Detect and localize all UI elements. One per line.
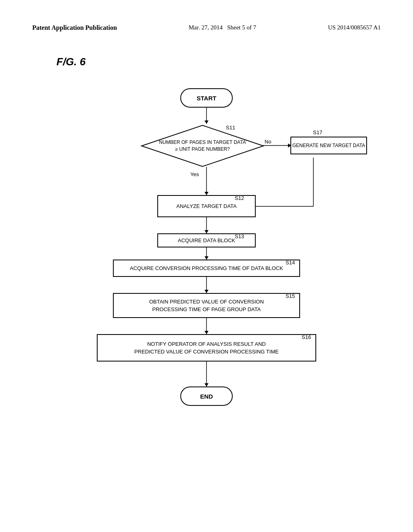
node-s17: GENERATE NEW TARGET DATA: [290, 137, 367, 154]
step-label-s16: S16: [302, 334, 311, 340]
step-label-s15: S15: [286, 293, 295, 299]
node-s14: ACQUIRE CONVERSION PROCESSING TIME OF DA…: [113, 260, 300, 277]
svg-marker-18: [204, 383, 209, 387]
yes-label: Yes: [190, 171, 199, 177]
no-label: No: [265, 139, 271, 145]
step-label-s12: S12: [235, 195, 244, 201]
publication-date: Mar. 27, 2014: [189, 24, 223, 31]
page-header: Patent Application Publication Mar. 27, …: [32, 24, 381, 31]
step-label-s13: S13: [235, 233, 244, 239]
publication-date-sheet: Mar. 27, 2014 Sheet 5 of 7: [189, 24, 257, 31]
figure-label: F/G. 6: [56, 56, 381, 68]
flowchart-container: START S11 NUMBER OF PAGES IN TARGET DATA…: [32, 80, 381, 463]
step-label-s17: S17: [313, 129, 322, 135]
page: Patent Application Publication Mar. 27, …: [0, 0, 413, 532]
publication-title: Patent Application Publication: [32, 24, 117, 31]
sheet-info: Sheet 5 of 7: [227, 24, 256, 31]
svg-marker-10: [204, 230, 209, 233]
svg-marker-16: [204, 331, 209, 334]
flowchart: START S11 NUMBER OF PAGES IN TARGET DATA…: [65, 80, 348, 463]
svg-marker-3: [204, 192, 209, 195]
decision-s11: NUMBER OF PAGES IN TARGET DATA≥ UNIT PAG…: [140, 124, 265, 168]
start-node: START: [180, 88, 233, 108]
end-node: END: [180, 387, 233, 406]
svg-marker-14: [204, 290, 209, 293]
publication-number: US 2014/0085657 A1: [328, 24, 381, 31]
node-s15: OBTAIN PREDICTED VALUE OF CONVERSIONPROC…: [113, 293, 300, 318]
step-label-s14: S14: [286, 260, 295, 266]
svg-marker-12: [204, 256, 209, 260]
node-s16: NOTIFY OPERATOR OF ANALYSIS RESULT ANDPR…: [97, 334, 316, 362]
svg-marker-1: [204, 121, 209, 124]
